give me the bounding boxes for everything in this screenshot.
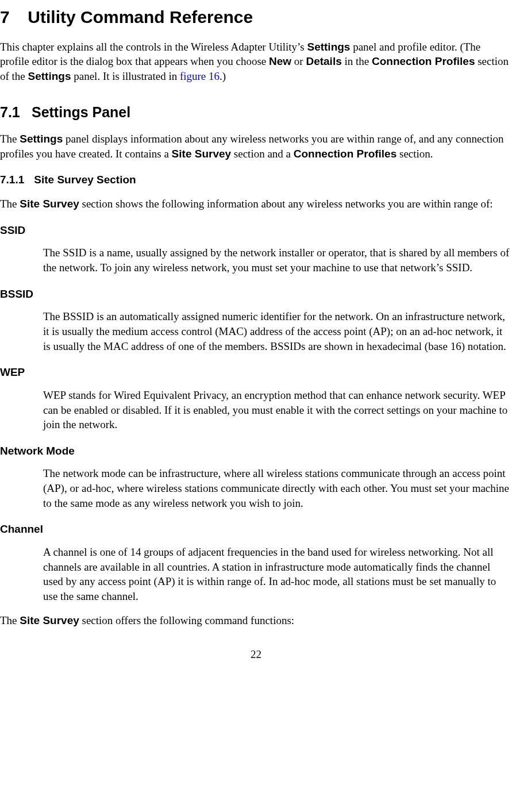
settings-panel-paragraph: The Settings panel displays information … xyxy=(0,132,512,161)
term-bssid: BSSID xyxy=(0,287,512,302)
page-number: 22 xyxy=(0,647,512,662)
term-ssid: SSID xyxy=(0,223,512,238)
heading-chapter-title: Utility Command Reference xyxy=(28,7,253,26)
heading-section-title: Settings Panel xyxy=(32,104,130,120)
heading-section-7-1: 7.1 Settings Panel xyxy=(0,103,512,122)
term-network-mode: Network Mode xyxy=(0,444,512,459)
heading-chapter-number: 7 xyxy=(0,6,23,29)
bold-new: New xyxy=(269,55,291,67)
bold-site-survey-2: Site Survey xyxy=(20,198,79,210)
heading-section-number: 7.1 xyxy=(0,103,28,122)
bold-connection-profiles-2: Connection Profiles xyxy=(294,148,396,160)
term-wep: WEP xyxy=(0,365,512,380)
def-bssid: The BSSID is an automatically assigned n… xyxy=(43,309,512,353)
bold-site-survey: Site Survey xyxy=(172,148,232,160)
link-figure-16[interactable]: figure 16 xyxy=(180,70,220,82)
heading-subsection-number: 7.1.1 xyxy=(0,172,31,187)
heading-subsection-7-1-1: 7.1.1 Site Survey Section xyxy=(0,172,512,187)
def-ssid: The SSID is a name, usually assigned by … xyxy=(43,245,512,275)
site-survey-paragraph: The Site Survey section shows the follow… xyxy=(0,197,512,211)
term-channel: Channel xyxy=(0,522,512,537)
bold-connection-profiles: Connection Profiles xyxy=(372,55,475,67)
closing-paragraph: The Site Survey section offers the follo… xyxy=(0,613,512,628)
bold-settings-3: Settings xyxy=(20,133,63,145)
intro-paragraph: This chapter explains all the controls i… xyxy=(0,40,512,84)
def-channel: A channel is one of 14 groups of adjacen… xyxy=(43,545,512,604)
heading-chapter: 7 Utility Command Reference xyxy=(0,6,512,29)
bold-site-survey-3: Site Survey xyxy=(20,614,79,626)
heading-subsection-title: Site Survey Section xyxy=(34,174,136,186)
bold-details: Details xyxy=(306,55,341,67)
def-wep: WEP stands for Wired Equivalent Privacy,… xyxy=(43,388,512,432)
bold-settings: Settings xyxy=(307,41,350,53)
bold-settings-2: Settings xyxy=(28,70,71,82)
def-network-mode: The network mode can be infrastructure, … xyxy=(43,466,512,510)
